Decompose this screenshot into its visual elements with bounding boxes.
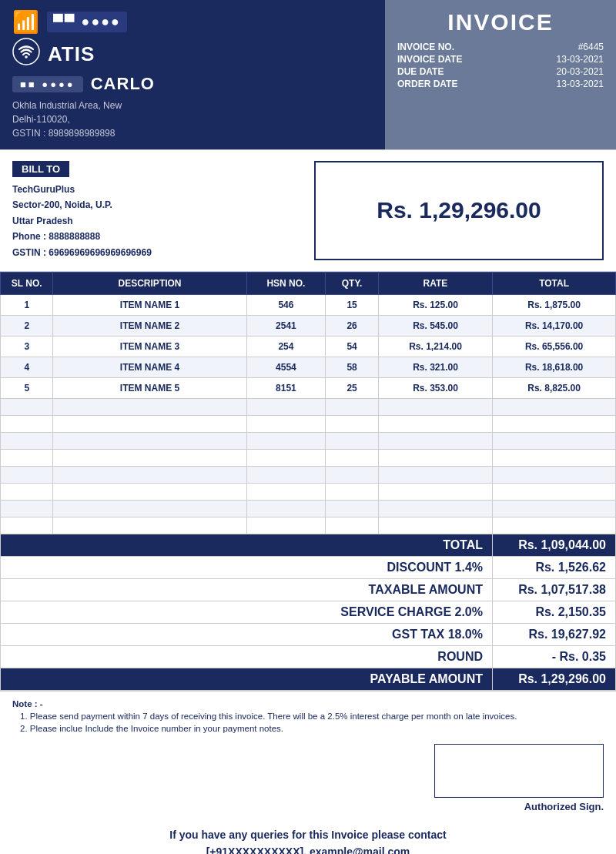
company-address: Okhla Industrial Area, New Delhi-110020,… bbox=[12, 99, 373, 140]
taxable-row: TAXABLE AMOUNT Rs. 1,07,517.38 bbox=[1, 579, 615, 601]
empty-row bbox=[1, 517, 616, 534]
cell-desc: ITEM NAME 5 bbox=[53, 377, 246, 398]
cell-hsn: 4554 bbox=[246, 357, 326, 377]
company-info: 📶 ▀▀ ●●●● ATIS ■■ ●●●● CARLO Okhla Indus… bbox=[0, 0, 385, 149]
service-row: SERVICE CHARGE 2.0% Rs. 2,150.35 bbox=[1, 601, 615, 624]
gst-label: GST TAX 18.0% bbox=[1, 624, 492, 645]
footer-contact: If you have any queries for this Invoice… bbox=[0, 819, 616, 854]
invoice-number-label: INVOICE NO. bbox=[397, 42, 549, 52]
service-label: SERVICE CHARGE 2.0% bbox=[1, 601, 492, 623]
discount-row: DISCOUNT 1.4% Rs. 1,526.62 bbox=[1, 557, 615, 579]
header: 📶 ▀▀ ●●●● ATIS ■■ ●●●● CARLO Okhla Indus… bbox=[0, 0, 616, 149]
bill-company: TechGuruPlus bbox=[12, 182, 299, 197]
cell-rate: Rs. 321.00 bbox=[378, 357, 492, 377]
table-header-row: SL NO. DESCRIPTION HSN NO. QTY. RATE TOT… bbox=[1, 272, 616, 294]
order-date-value: 13-03-2021 bbox=[557, 79, 604, 89]
invoice-date-label: INVOICE DATE bbox=[397, 54, 549, 65]
cell-desc: ITEM NAME 3 bbox=[53, 336, 246, 357]
service-value: Rs. 2,150.35 bbox=[492, 601, 615, 623]
empty-row bbox=[1, 466, 616, 483]
cell-qty: 58 bbox=[326, 357, 378, 377]
svg-point-1 bbox=[25, 55, 28, 59]
footer-contact-info: [+91XXXXXXXXXX], example@mail.com bbox=[6, 843, 610, 854]
cell-hsn: 8151 bbox=[246, 377, 326, 398]
invoice-table: SL NO. DESCRIPTION HSN NO. QTY. RATE TOT… bbox=[0, 272, 616, 534]
total-amount: Rs. 1,29,296.00 bbox=[361, 189, 557, 231]
empty-row bbox=[1, 483, 616, 500]
cell-total: Rs. 8,825.00 bbox=[493, 377, 616, 398]
cell-qty: 25 bbox=[326, 377, 378, 398]
cell-total: Rs. 1,875.00 bbox=[493, 294, 616, 315]
cell-rate: Rs. 545.00 bbox=[378, 315, 492, 336]
subtotal-label: TOTAL bbox=[1, 534, 492, 556]
cell-sl: 4 bbox=[1, 357, 53, 377]
discount-value: Rs. 1,526.62 bbox=[492, 557, 615, 578]
bill-address1: Sector-200, Noida, U.P. bbox=[12, 197, 299, 213]
gst-row: GST TAX 18.0% Rs. 19,627.92 bbox=[1, 624, 615, 646]
cell-hsn: 254 bbox=[246, 336, 326, 357]
bill-address2: Uttar Pradesh bbox=[12, 213, 299, 229]
round-value: - Rs. 0.35 bbox=[492, 646, 615, 668]
empty-row bbox=[1, 500, 616, 517]
cell-total: Rs. 18,618.00 bbox=[493, 357, 616, 377]
cell-rate: Rs. 125.00 bbox=[378, 294, 492, 315]
empty-row bbox=[1, 415, 616, 432]
cell-qty: 15 bbox=[326, 294, 378, 315]
gst-value: Rs. 19,627.92 bbox=[492, 624, 615, 645]
footer-contact-text: If you have any queries for this Invoice… bbox=[6, 826, 610, 843]
round-label: ROUND bbox=[1, 646, 492, 668]
cell-desc: ITEM NAME 4 bbox=[53, 357, 246, 377]
order-date-label: ORDER DATE bbox=[397, 79, 549, 89]
cell-qty: 26 bbox=[326, 315, 378, 336]
signature-section: Authorized Sign. bbox=[0, 744, 616, 819]
cell-sl: 3 bbox=[1, 336, 53, 357]
invoice-title: INVOICE bbox=[397, 9, 604, 35]
cell-rate: Rs. 353.00 bbox=[378, 377, 492, 398]
table-row: 2 ITEM NAME 2 2541 26 Rs. 545.00 Rs. 14,… bbox=[1, 315, 616, 336]
due-date-label: DUE DATE bbox=[397, 66, 549, 77]
invoice-info: INVOICE INVOICE NO. #6445 INVOICE DATE 1… bbox=[385, 0, 616, 149]
cell-total: Rs. 65,556.00 bbox=[493, 336, 616, 357]
total-amount-box: Rs. 1,29,296.00 bbox=[314, 161, 604, 260]
cell-sl: 2 bbox=[1, 315, 53, 336]
router-icon: ▀▀ ●●●● bbox=[47, 12, 127, 32]
col-total: TOTAL bbox=[493, 272, 616, 294]
col-sl: SL NO. bbox=[1, 272, 53, 294]
table-row: 1 ITEM NAME 1 546 15 Rs. 125.00 Rs. 1,87… bbox=[1, 294, 616, 315]
table-row: 4 ITEM NAME 4 4554 58 Rs. 321.00 Rs. 18,… bbox=[1, 357, 616, 377]
col-rate: RATE bbox=[378, 272, 492, 294]
cell-desc: ITEM NAME 1 bbox=[53, 294, 246, 315]
empty-row bbox=[1, 432, 616, 449]
bill-to: BILL TO TechGuruPlus Sector-200, Noida, … bbox=[12, 161, 299, 260]
invoice-number-value: #6445 bbox=[557, 42, 604, 52]
bill-phone: Phone : 8888888888 bbox=[12, 229, 299, 244]
router-symbol: ■■ ●●●● bbox=[12, 76, 83, 92]
empty-row bbox=[1, 449, 616, 466]
company-logo: 📶 ▀▀ ●●●● bbox=[12, 9, 373, 35]
taxable-value: Rs. 1,07,517.38 bbox=[492, 579, 615, 601]
invoice-date-value: 13-03-2021 bbox=[557, 54, 604, 65]
table-row: 5 ITEM NAME 5 8151 25 Rs. 353.00 Rs. 8,8… bbox=[1, 377, 616, 398]
bill-to-label: BILL TO bbox=[12, 161, 69, 177]
discount-label: DISCOUNT 1.4% bbox=[1, 557, 492, 578]
cell-hsn: 2541 bbox=[246, 315, 326, 336]
col-desc: DESCRIPTION bbox=[53, 272, 246, 294]
cell-qty: 54 bbox=[326, 336, 378, 357]
payable-label: PAYABLE AMOUNT bbox=[1, 668, 492, 690]
round-row: ROUND - Rs. 0.35 bbox=[1, 646, 615, 668]
payable-row: PAYABLE AMOUNT Rs. 1,29,296.00 bbox=[1, 668, 615, 691]
wifi-icon: 📶 bbox=[12, 9, 39, 35]
empty-row bbox=[1, 398, 616, 415]
table-row: 3 ITEM NAME 3 254 54 Rs. 1,214.00 Rs. 65… bbox=[1, 336, 616, 357]
note-item-1: 1. Please send payment within 7 days of … bbox=[12, 712, 604, 721]
cell-hsn: 546 bbox=[246, 294, 326, 315]
invoice-meta: INVOICE NO. #6445 INVOICE DATE 13-03-202… bbox=[397, 42, 604, 89]
cell-sl: 1 bbox=[1, 294, 53, 315]
due-date-value: 20-03-2021 bbox=[557, 66, 604, 77]
svg-point-0 bbox=[13, 39, 39, 65]
signature-box bbox=[434, 744, 604, 798]
subtotal-row: TOTAL Rs. 1,09,044.00 bbox=[1, 534, 615, 557]
company-subtitle: CARLO bbox=[91, 74, 155, 94]
cell-rate: Rs. 1,214.00 bbox=[378, 336, 492, 357]
bill-info: TechGuruPlus Sector-200, Noida, U.P. Utt… bbox=[12, 182, 299, 260]
